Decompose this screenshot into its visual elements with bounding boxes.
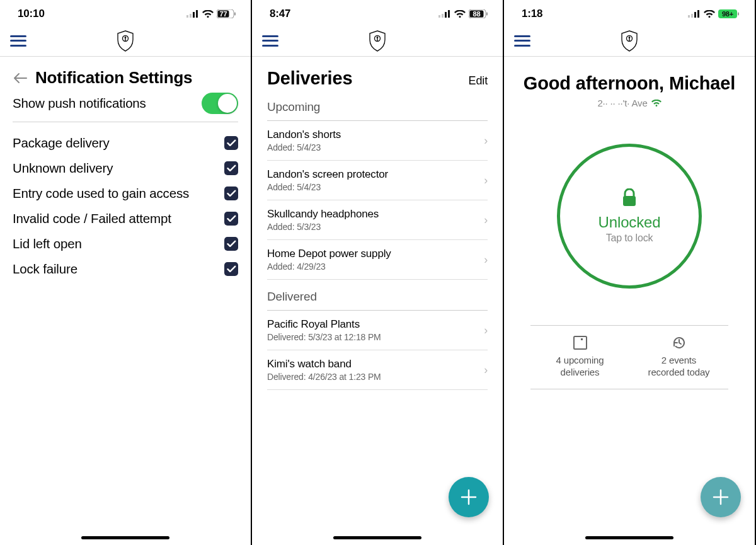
delivery-row[interactable]: Landon's shortsAdded: 5/4/23› <box>267 121 488 161</box>
greeting-text: Good afternoon, Michael <box>523 73 736 94</box>
chevron-right-icon: › <box>484 324 488 337</box>
home-content: Good afternoon, Michael 2·· ·· ··'t· Ave… <box>504 57 755 545</box>
svg-rect-18 <box>486 13 488 16</box>
cellular-icon <box>688 10 701 18</box>
upcoming-deliveries-button[interactable]: 4 upcomingdeliveries <box>530 326 629 389</box>
delivery-row[interactable]: Pacific Royal PlantsDelivered: 5/3/23 at… <box>267 311 488 350</box>
svg-text:88: 88 <box>473 10 481 18</box>
cellular-icon <box>186 10 199 18</box>
deliveries-content: Deliveries Edit Upcoming Landon's shorts… <box>252 57 503 545</box>
delivery-row[interactable]: Landon's screen protectorAdded: 5/4/23› <box>267 161 488 200</box>
plus-icon <box>459 488 478 507</box>
delivery-name: Pacific Royal Plants <box>267 318 381 331</box>
back-arrow-icon[interactable] <box>13 72 28 84</box>
wifi-connected-icon <box>651 100 662 107</box>
app-top-bar <box>0 28 251 57</box>
push-notifications-toggle[interactable] <box>202 93 238 114</box>
history-icon <box>671 335 687 351</box>
svg-rect-22 <box>688 15 690 18</box>
address-text: 2·· ·· ··'t· Ave <box>597 98 647 108</box>
svg-rect-25 <box>697 10 699 18</box>
setting-label: Unknown delivery <box>13 161 113 176</box>
hamburger-menu-button[interactable] <box>262 35 278 47</box>
app-shield-logo-icon <box>369 30 386 52</box>
delivery-meta: Added: 4/29/23 <box>267 261 391 272</box>
status-right-cluster: 98+ <box>688 9 740 18</box>
delivery-name: Landon's shorts <box>267 129 341 141</box>
lock-status-text: Unlocked <box>598 214 661 231</box>
delivery-name: Skullcandy headphones <box>267 208 379 221</box>
home-indicator[interactable] <box>585 536 673 539</box>
setting-checkbox[interactable] <box>224 161 238 175</box>
chevron-right-icon: › <box>484 214 488 227</box>
chevron-right-icon: › <box>484 134 488 147</box>
page-title: Deliveries <box>267 68 352 89</box>
svg-rect-3 <box>196 10 198 18</box>
box-icon <box>572 335 588 351</box>
screen-deliveries: 8:47 88 Deliveries Edit Upcoming Landon'… <box>252 0 504 545</box>
svg-rect-24 <box>694 12 696 18</box>
cellular-icon <box>438 10 451 18</box>
events-today-button[interactable]: 2 eventsrecorded today <box>629 326 728 389</box>
hamburger-menu-button[interactable] <box>10 35 26 47</box>
setting-checkbox[interactable] <box>224 186 238 200</box>
svg-rect-12 <box>442 14 444 18</box>
home-indicator[interactable] <box>333 536 421 539</box>
setting-label: Lock failure <box>13 261 77 277</box>
delivery-name: Home Depot power supply <box>267 248 391 260</box>
svg-rect-28 <box>738 13 739 16</box>
setting-checkbox[interactable] <box>224 212 238 226</box>
delivery-row[interactable]: Skullcandy headphonesAdded: 5/3/23› <box>267 200 488 240</box>
wifi-icon <box>704 10 715 18</box>
delivery-meta: Added: 5/3/23 <box>267 222 379 232</box>
status-time: 8:47 <box>270 8 290 20</box>
svg-rect-34 <box>581 338 583 340</box>
setting-label: Lid left open <box>13 236 82 251</box>
lock-toggle-button[interactable]: Unlocked Tap to lock <box>557 144 702 289</box>
wifi-icon <box>454 10 466 18</box>
status-bar: 1:18 98+ <box>504 0 755 28</box>
delivery-meta: Delivered: 4/26/23 at 1:23 PM <box>267 372 381 382</box>
home-stats-row: 4 upcomingdeliveries 2 eventsrecorded to… <box>530 325 728 389</box>
setting-checkbox[interactable] <box>224 136 238 150</box>
upcoming-list: Landon's shortsAdded: 5/4/23›Landon's sc… <box>267 121 488 280</box>
delivery-meta: Added: 5/4/23 <box>267 142 341 152</box>
add-fab[interactable] <box>701 477 741 517</box>
chevron-right-icon: › <box>484 253 488 267</box>
svg-rect-0 <box>186 15 188 18</box>
delivery-row[interactable]: Kimi's watch bandDelivered: 4/26/23 at 1… <box>267 350 488 390</box>
setting-checkbox[interactable] <box>224 262 238 276</box>
svg-rect-32 <box>623 196 636 206</box>
delivery-row[interactable]: Home Depot power supplyAdded: 4/29/23› <box>267 240 488 280</box>
setting-row: Lock failure <box>13 258 238 280</box>
battery-icon: 77 <box>217 9 236 18</box>
delivered-header: Delivered <box>267 290 488 311</box>
edit-button[interactable]: Edit <box>469 74 488 88</box>
screen-notification-settings: 10:10 77 Notification Settings Show push… <box>0 0 252 545</box>
setting-row: Entry code used to gain access <box>13 183 238 204</box>
svg-rect-14 <box>448 10 450 18</box>
battery-icon: 98+ <box>718 9 740 18</box>
delivery-meta: Delivered: 5/3/23 at 12:18 PM <box>267 332 381 342</box>
svg-rect-23 <box>691 14 693 18</box>
add-delivery-fab[interactable] <box>449 477 489 517</box>
svg-rect-7 <box>234 13 236 16</box>
events-today-text: 2 eventsrecorded today <box>648 355 710 379</box>
push-notifications-label: Show push notifications <box>13 96 146 111</box>
status-right-cluster: 77 <box>186 9 236 18</box>
delivery-name: Kimi's watch band <box>267 358 381 370</box>
setting-checkbox[interactable] <box>224 237 238 251</box>
svg-rect-31 <box>629 38 629 41</box>
push-notifications-row: Show push notifications <box>13 93 238 122</box>
lock-hint-text: Tap to lock <box>606 232 653 244</box>
wifi-icon <box>202 10 214 18</box>
status-time: 10:10 <box>18 8 45 20</box>
status-time: 1:18 <box>522 8 542 20</box>
delivery-meta: Added: 5/4/23 <box>267 182 388 192</box>
setting-row: Invalid code / Failed attempt <box>13 208 238 229</box>
home-indicator[interactable] <box>81 536 169 539</box>
upcoming-header: Upcoming <box>267 100 488 121</box>
hamburger-menu-button[interactable] <box>514 35 530 47</box>
svg-rect-2 <box>193 12 195 18</box>
status-bar: 8:47 88 <box>252 0 503 28</box>
